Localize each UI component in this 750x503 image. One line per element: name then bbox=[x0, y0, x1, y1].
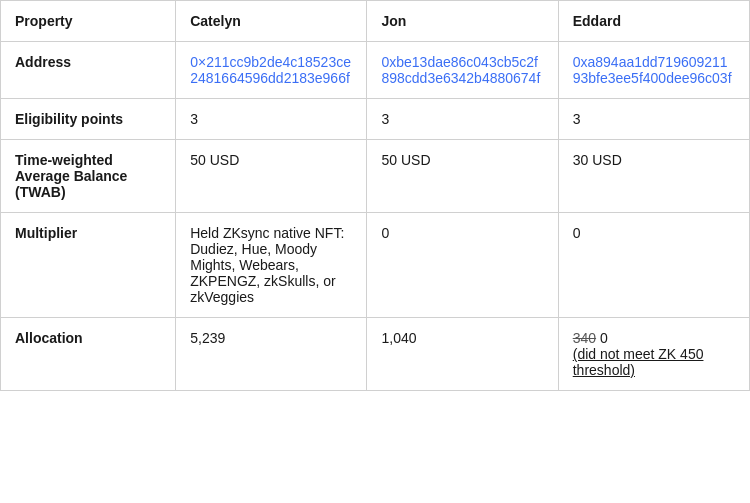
cell-twab-jon: 50 USD bbox=[367, 140, 558, 213]
cell-multiplier-catelyn: Held ZKsync native NFT: Dudiez, Hue, Moo… bbox=[176, 213, 367, 318]
table-row-multiplier: Multiplier Held ZKsync native NFT: Dudie… bbox=[1, 213, 750, 318]
header-jon: Jon bbox=[367, 1, 558, 42]
prop-multiplier: Multiplier bbox=[1, 213, 176, 318]
cell-twab-catelyn: 50 USD bbox=[176, 140, 367, 213]
cell-multiplier-jon: 0 bbox=[367, 213, 558, 318]
header-catelyn: Catelyn bbox=[176, 1, 367, 42]
table-row-twab: Time-weighted Average Balance (TWAB) 50 … bbox=[1, 140, 750, 213]
address-link-jon[interactable]: 0xbe13dae86c043cb5c2f898cdd3e6342b488067… bbox=[381, 54, 540, 86]
cell-address-jon[interactable]: 0xbe13dae86c043cb5c2f898cdd3e6342b488067… bbox=[367, 42, 558, 99]
prop-allocation: Allocation bbox=[1, 318, 176, 391]
address-link-catelyn[interactable]: 0×211cc9b2de4c18523ce2481664596dd2183e96… bbox=[190, 54, 351, 86]
cell-eligibility-jon: 3 bbox=[367, 99, 558, 140]
cell-address-eddard[interactable]: 0xa894aa1dd71960921193bfe3ee5f400dee96c0… bbox=[558, 42, 749, 99]
cell-eligibility-eddard: 3 bbox=[558, 99, 749, 140]
cell-allocation-eddard: 3400 (did not meet ZK 450 threshold) bbox=[558, 318, 749, 391]
header-property: Property bbox=[1, 1, 176, 42]
cell-allocation-jon: 1,040 bbox=[367, 318, 558, 391]
prop-eligibility: Eligibility points bbox=[1, 99, 176, 140]
address-link-eddard[interactable]: 0xa894aa1dd71960921193bfe3ee5f400dee96c0… bbox=[573, 54, 732, 86]
allocation-eddard-note: (did not meet ZK 450 threshold) bbox=[573, 346, 704, 378]
prop-address: Address bbox=[1, 42, 176, 99]
cell-multiplier-eddard: 0 bbox=[558, 213, 749, 318]
cell-twab-eddard: 30 USD bbox=[558, 140, 749, 213]
table-row-address: Address 0×211cc9b2de4c18523ce2481664596d… bbox=[1, 42, 750, 99]
allocation-eddard-value: 0 bbox=[600, 330, 608, 346]
allocation-eddard-strikethrough: 340 bbox=[573, 330, 596, 346]
table-row-eligibility: Eligibility points 3 3 3 bbox=[1, 99, 750, 140]
prop-twab: Time-weighted Average Balance (TWAB) bbox=[1, 140, 176, 213]
header-eddard: Eddard bbox=[558, 1, 749, 42]
cell-address-catelyn[interactable]: 0×211cc9b2de4c18523ce2481664596dd2183e96… bbox=[176, 42, 367, 99]
cell-eligibility-catelyn: 3 bbox=[176, 99, 367, 140]
table-row-allocation: Allocation 5,239 1,040 3400 (did not mee… bbox=[1, 318, 750, 391]
cell-allocation-catelyn: 5,239 bbox=[176, 318, 367, 391]
